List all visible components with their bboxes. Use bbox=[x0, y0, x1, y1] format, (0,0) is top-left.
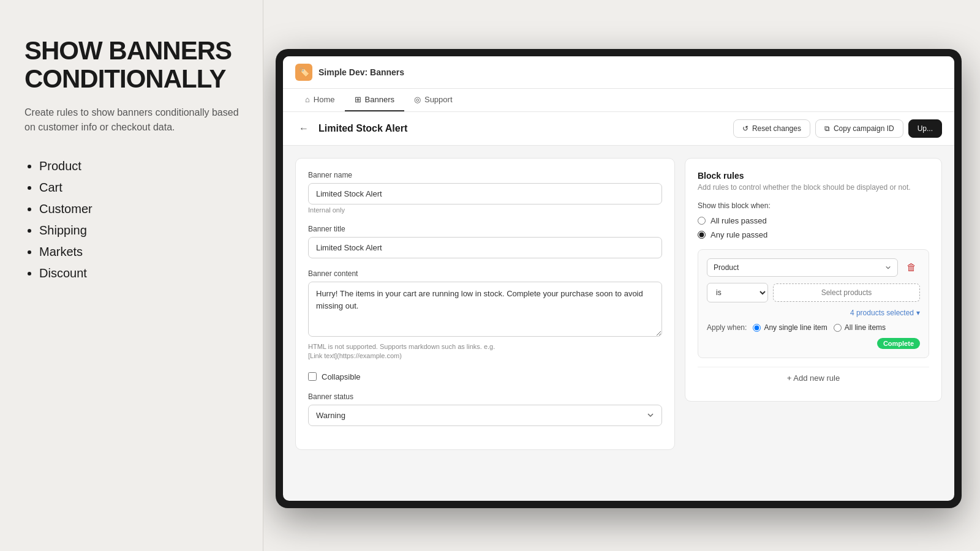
radio-group-rules: All rules passed Any rule passed bbox=[698, 216, 929, 239]
apply-when-row: Apply when: Any single line item All lin… bbox=[707, 323, 920, 349]
list-item-product: Product bbox=[39, 159, 239, 173]
page-header: ← Limited Stock Alert ↺ Reset changes ⧉ … bbox=[283, 112, 954, 146]
chevron-down-icon: ▾ bbox=[916, 309, 920, 317]
nav-item-support[interactable]: ◎ Support bbox=[404, 89, 462, 111]
rules-subtitle: Add rules to control whether the block s… bbox=[698, 183, 929, 192]
banner-title-label: Banner title bbox=[308, 225, 662, 233]
banner-name-label: Banner name bbox=[308, 171, 662, 179]
banner-title-input[interactable] bbox=[308, 237, 662, 258]
nav-item-banners[interactable]: ⊞ Banners bbox=[345, 89, 404, 111]
add-rule-label: + Add new rule bbox=[787, 373, 840, 383]
copy-campaign-id-button[interactable]: ⧉ Copy campaign ID bbox=[815, 119, 903, 138]
rule-row-type: Product Cart Customer Shipping Markets D… bbox=[707, 258, 920, 277]
reset-icon: ↺ bbox=[742, 124, 748, 133]
collapsible-group: Collapsible bbox=[308, 372, 662, 381]
show-when-label: Show this block when: bbox=[698, 201, 929, 210]
list-item-cart: Cart bbox=[39, 181, 239, 195]
trash-icon: 🗑 bbox=[907, 262, 916, 273]
rules-title: Block rules bbox=[698, 171, 929, 181]
back-button[interactable]: ← bbox=[295, 120, 312, 137]
apply-all-radio[interactable] bbox=[834, 324, 842, 332]
all-rules-radio[interactable] bbox=[698, 217, 706, 225]
apply-all-label[interactable]: All line items bbox=[845, 323, 886, 332]
apply-single-radio[interactable] bbox=[753, 324, 761, 332]
any-rule-label[interactable]: Any rule passed bbox=[710, 230, 767, 239]
copy-label: Copy campaign ID bbox=[834, 124, 894, 133]
banners-icon: ⊞ bbox=[355, 95, 361, 104]
banner-content-label: Banner content bbox=[308, 269, 662, 278]
nav-bar: ⌂ Home ⊞ Banners ◎ Support bbox=[283, 89, 954, 112]
list-item-shipping: Shipping bbox=[39, 223, 239, 238]
add-new-rule-button[interactable]: + Add new rule bbox=[698, 367, 929, 389]
banner-content-group: Banner content Hurry! The items in your … bbox=[308, 269, 662, 361]
app-header: 🏷️ Simple Dev: Banners bbox=[283, 56, 954, 89]
nav-support-label: Support bbox=[424, 95, 453, 104]
products-count-label: 4 products selected bbox=[850, 309, 914, 317]
home-icon: ⌂ bbox=[305, 95, 310, 104]
back-arrow-icon: ← bbox=[299, 123, 309, 134]
banner-status-select[interactable]: Warning Info Error Success bbox=[308, 405, 662, 426]
sub-description: Create rules to show banners conditional… bbox=[24, 105, 239, 135]
right-panel: 🏷️ Simple Dev: Banners ⌂ Home ⊞ Banners … bbox=[263, 0, 980, 551]
select-products-label: Select products bbox=[821, 288, 872, 297]
rule-card: Product Cart Customer Shipping Markets D… bbox=[698, 249, 929, 358]
page-title: Limited Stock Alert bbox=[318, 123, 407, 134]
nav-home-label: Home bbox=[314, 95, 335, 104]
banner-content-textarea[interactable]: Hurry! The items in your cart are runnin… bbox=[308, 282, 662, 337]
main-heading: SHOW BANNERS CONDITIONALLY bbox=[24, 37, 239, 93]
rule-type-select[interactable]: Product Cart Customer Shipping Markets D… bbox=[707, 258, 898, 277]
device-screen: 🏷️ Simple Dev: Banners ⌂ Home ⊞ Banners … bbox=[283, 56, 954, 501]
rules-column: Block rules Add rules to control whether… bbox=[685, 158, 942, 402]
reset-label: Reset changes bbox=[752, 124, 801, 133]
device-frame: 🏷️ Simple Dev: Banners ⌂ Home ⊞ Banners … bbox=[276, 49, 962, 508]
feature-list: Product Cart Customer Shipping Markets D… bbox=[24, 159, 239, 288]
nav-banners-label: Banners bbox=[365, 95, 394, 104]
update-label: Up... bbox=[918, 124, 933, 133]
any-rule-radio[interactable] bbox=[698, 231, 706, 239]
rule-row-condition: is is not Select products bbox=[707, 283, 920, 302]
apply-when-label: Apply when: bbox=[707, 323, 747, 332]
page-content: ← Limited Stock Alert ↺ Reset changes ⧉ … bbox=[283, 112, 954, 501]
banner-status-group: Banner status Warning Info Error Success bbox=[308, 392, 662, 426]
page-header-left: ← Limited Stock Alert bbox=[295, 120, 407, 137]
banner-title-group: Banner title bbox=[308, 225, 662, 258]
update-button[interactable]: Up... bbox=[908, 119, 942, 138]
nav-item-home[interactable]: ⌂ Home bbox=[295, 89, 345, 111]
app-title: Simple Dev: Banners bbox=[318, 67, 404, 77]
banner-name-group: Banner name Internal only bbox=[308, 171, 662, 214]
collapsible-checkbox[interactable] bbox=[308, 372, 317, 381]
select-products-button[interactable]: Select products bbox=[773, 283, 920, 302]
reset-changes-button[interactable]: ↺ Reset changes bbox=[733, 119, 810, 138]
form-column: Banner name Internal only Banner title B… bbox=[295, 158, 675, 450]
banner-name-sublabel: Internal only bbox=[308, 206, 662, 214]
app-icon-emoji: 🏷️ bbox=[299, 67, 309, 77]
list-item-discount: Discount bbox=[39, 266, 239, 280]
list-item-customer: Customer bbox=[39, 202, 239, 216]
content-columns: Banner name Internal only Banner title B… bbox=[283, 146, 954, 462]
apply-all-radio-row: All line items bbox=[834, 323, 886, 332]
rules-box: Block rules Add rules to control whether… bbox=[685, 158, 942, 402]
apply-single-radio-row: Any single line item bbox=[753, 323, 827, 332]
delete-rule-button[interactable]: 🗑 bbox=[903, 259, 920, 276]
apply-single-label[interactable]: Any single line item bbox=[764, 323, 827, 332]
app-icon: 🏷️ bbox=[295, 64, 312, 81]
list-item-markets: Markets bbox=[39, 245, 239, 259]
complete-badge: Complete bbox=[877, 338, 920, 349]
banner-content-hint: HTML is not supported. Supports markdown… bbox=[308, 342, 662, 361]
radio-all-rules-row: All rules passed bbox=[698, 216, 929, 225]
support-icon: ◎ bbox=[414, 95, 421, 104]
banner-name-input[interactable] bbox=[308, 183, 662, 204]
radio-any-rule-row: Any rule passed bbox=[698, 230, 929, 239]
copy-icon: ⧉ bbox=[824, 124, 830, 133]
left-panel: SHOW BANNERS CONDITIONALLY Create rules … bbox=[0, 0, 263, 551]
page-header-right: ↺ Reset changes ⧉ Copy campaign ID Up... bbox=[733, 119, 942, 138]
collapsible-label[interactable]: Collapsible bbox=[322, 372, 361, 381]
products-selected-count[interactable]: 4 products selected ▾ bbox=[707, 309, 920, 317]
all-rules-label[interactable]: All rules passed bbox=[710, 216, 767, 225]
condition-select[interactable]: is is not bbox=[707, 283, 768, 302]
banner-status-label: Banner status bbox=[308, 392, 662, 401]
